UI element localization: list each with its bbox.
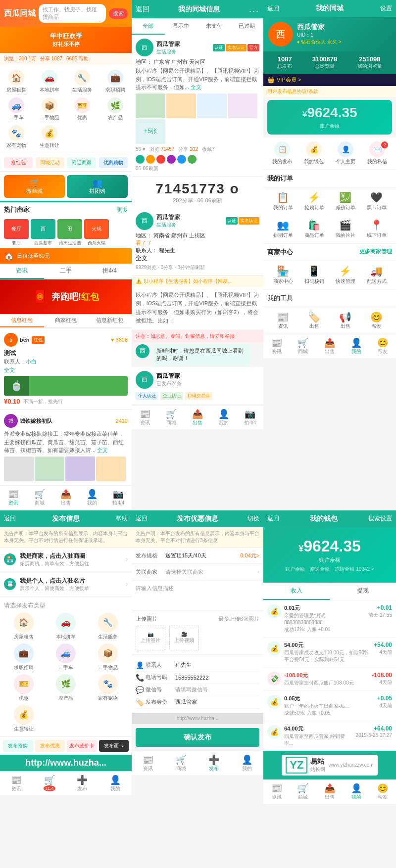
nav-coupon[interactable]: 🎫 优惠 <box>66 95 99 123</box>
cat-biz[interactable]: 💰 生意转让 <box>4 705 43 732</box>
pub-back-btn[interactable]: 返回 <box>4 514 16 523</box>
col2-nav-mall[interactable]: 🛒商城 <box>158 406 184 429</box>
day-rental-banner[interactable]: 🏠 日租低至60元 <box>0 248 132 264</box>
search-input[interactable]: 找工作、找房子、找租赁商品 <box>39 4 106 23</box>
promo-red-packet[interactable]: 抢红包 <box>4 157 33 168</box>
promo-nearby[interactable]: 附近商家 <box>67 157 96 168</box>
action-flash[interactable]: 发布抢购 <box>3 740 33 752</box>
col3-nav-sell[interactable]: 📤出售 <box>316 334 343 358</box>
upload-video-btn[interactable]: 🎥 上传视频 <box>169 626 199 650</box>
promo-shop[interactable]: 优惠购物 <box>99 157 128 168</box>
order-flash[interactable]: ⚡ 抢购订单 <box>304 191 324 211</box>
r2c3-nav-friend[interactable]: 😊帮友 <box>369 780 396 804</box>
tab-info[interactable]: 资讯 <box>0 264 44 279</box>
col3-nav-friend[interactable]: 😊帮友 <box>369 334 396 358</box>
action-discount[interactable]: 发布减价卡 <box>67 740 97 752</box>
r2c1-nav-news[interactable]: 📰资讯 <box>0 772 33 795</box>
nav-used-item[interactable]: 📦 二手物品 <box>33 95 66 123</box>
link-message[interactable]: ✉️ 我的私信 2 <box>362 141 392 165</box>
publish-confirm-btn[interactable]: 确认发布 <box>136 728 259 747</box>
back-btn[interactable]: 返回 <box>136 5 149 14</box>
tool-friend[interactable]: 😊 帮友 <box>370 311 383 330</box>
form-textarea[interactable]: 请输入信息描述 <box>132 581 263 610</box>
nav-mall[interactable]: 🛒商城 <box>26 486 52 509</box>
cat-service[interactable]: 🔧 生活服务 <box>89 613 128 640</box>
tab-used[interactable]: 二手 <box>44 264 88 279</box>
order-group[interactable]: 👥 拼团订单 <box>273 219 293 239</box>
r2c3-nav-news[interactable]: 📰资讯 <box>263 780 290 804</box>
merchant-item[interactable]: 田 莆田生活圈 <box>57 219 82 246</box>
tool-news[interactable]: 📰 资讯 <box>277 311 289 330</box>
col2-nav-photo[interactable]: 📷拍4/4 <box>237 406 263 429</box>
col3-nav-mall[interactable]: 🛒商城 <box>290 334 317 358</box>
r2c2-nav-pub[interactable]: ➕发布 <box>198 751 231 775</box>
wallet-back[interactable]: 返回 <box>267 514 279 523</box>
r2c3-nav-sell[interactable]: 📤出售 <box>316 780 343 804</box>
r2c1-nav-mall[interactable]: 🛒 11.4 <box>33 772 66 795</box>
order-offline[interactable]: 📍 线下订单 <box>367 219 387 239</box>
tab-merchant-red[interactable]: 商家红包 <box>44 314 88 327</box>
search-button[interactable]: 搜索 <box>109 8 128 19</box>
r2c3-nav-mall[interactable]: 🛒商城 <box>290 780 317 804</box>
tab-group[interactable]: 拼4/4 <box>88 264 132 279</box>
r2c2-nav-mine[interactable]: 👤我的 <box>231 751 264 775</box>
cat-item[interactable]: 📦 二手物品 <box>89 643 128 671</box>
personal-option[interactable]: 📇 我是个人，点击入驻名片 展示个人，简便高效，方便接单 › <box>0 573 132 596</box>
col2-nav-mine[interactable]: 👤我的 <box>211 406 237 429</box>
col3-nav-news[interactable]: 📰资讯 <box>263 334 290 358</box>
mc-delivery[interactable]: 🚚 配送方式 <box>367 265 387 285</box>
col3-nav-mine[interactable]: 👤我的 <box>343 334 370 358</box>
nav-job[interactable]: 💼 求职招聘 <box>99 68 132 95</box>
wallet-settings[interactable]: 搜索设置 <box>368 514 392 523</box>
nav-mine[interactable]: 👤我的 <box>79 486 105 509</box>
merchant-option[interactable]: 🏪 我是商家，点击入驻商圈 拓展商机，简单有效，方便起往 › <box>0 548 132 572</box>
tab-expired[interactable]: 已过期 <box>231 18 264 35</box>
merchant-item[interactable]: 火锅 西瓜火锅 <box>84 219 109 246</box>
nav-house[interactable]: 🏠 房屋租售 <box>0 68 33 95</box>
tab-all[interactable]: 全部 <box>132 18 165 35</box>
mc-center[interactable]: 🏪 商家中心 <box>273 265 293 285</box>
action-coupon[interactable]: 发布优惠 <box>35 740 65 752</box>
settings-btn[interactable]: 设置 <box>380 4 392 13</box>
group-buy-btn[interactable]: 👥 拼团购 <box>67 175 128 198</box>
cat-car[interactable]: 🚙 二手车 <box>46 643 85 671</box>
cat-farm[interactable]: 🌿 农产品 <box>46 674 85 702</box>
nav-carpool[interactable]: 🚗 本地拼车 <box>33 68 66 95</box>
nav-used-car[interactable]: 🚙 二手车 <box>0 95 33 123</box>
r2c3-nav-mine[interactable]: 👤我的 <box>343 780 370 804</box>
link-publish[interactable]: 📋 我的发布 <box>267 141 297 165</box>
micro-store-btn[interactable]: 🛒 微商城 <box>4 175 65 198</box>
r2c2-nav-mall[interactable]: 🛒商城 <box>165 751 198 775</box>
cat-house[interactable]: 🏠 房屋租售 <box>4 613 43 640</box>
action-card[interactable]: 发布画卡 <box>99 740 129 752</box>
tab-withdraw[interactable]: 提现 <box>330 583 396 600</box>
platform-notice[interactable]: 用户发布信息协议/条款 <box>263 86 396 97</box>
pub-help-btn[interactable]: 帮助 <box>116 514 128 523</box>
order-discount[interactable]: 💹 减价订单 <box>336 191 355 211</box>
nav-sell[interactable]: 📤出售 <box>52 486 79 509</box>
r2c1-nav-pub[interactable]: ➕发布 <box>66 772 99 795</box>
more-menu[interactable]: ... <box>249 4 259 14</box>
merchant-item[interactable]: 西 西瓜超市 <box>31 219 55 246</box>
r2c2-nav-news[interactable]: 📰资讯 <box>132 751 165 775</box>
cat-carpool[interactable]: 🚗 本地拼车 <box>46 613 85 640</box>
cat-coupon[interactable]: 🎫 优惠 <box>4 674 43 702</box>
pub-info-switch[interactable]: 切换 <box>248 514 259 523</box>
nav-business[interactable]: 💰 生意转让 <box>33 123 66 151</box>
pub-info-back[interactable]: 返回 <box>136 514 148 523</box>
upload-photo-btn[interactable]: 📷 上传照片 <box>136 626 165 650</box>
tab-income[interactable]: 收入 <box>263 583 330 600</box>
mc-fast[interactable]: ⚡ 快速管理 <box>336 265 355 285</box>
order-video[interactable]: 🎬 我的片片 <box>336 219 355 239</box>
nav-news[interactable]: 📰资讯 <box>0 486 26 509</box>
form-merchant[interactable]: 关联商家 请选择关联商家 › <box>132 564 263 580</box>
cat-job[interactable]: 💼 求职招聘 <box>4 643 43 671</box>
promo-activity[interactable]: 周城活动 <box>36 157 64 168</box>
mc-scan[interactable]: 📱 扫码核销 <box>304 265 324 285</box>
link-profile[interactable]: 👤 个人主页 <box>331 141 360 165</box>
tool-sell[interactable]: 🏷️ 出售 <box>308 311 320 330</box>
cat-pet[interactable]: 🐾 家有宠物 <box>89 674 128 702</box>
nav-farm[interactable]: 🌿 农产品 <box>99 95 132 123</box>
order-black[interactable]: 🖤 黑卡订单 <box>367 191 387 211</box>
order-goods[interactable]: 🛍️ 商品订单 <box>304 219 324 239</box>
